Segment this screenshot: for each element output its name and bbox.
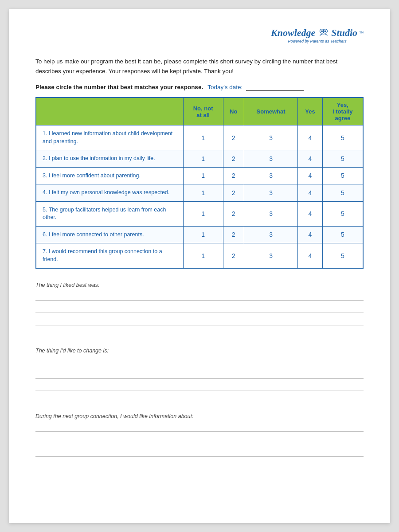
question-5: 5. The group facilitators helped us lear…: [36, 201, 183, 226]
row-5-val-3[interactable]: 3: [244, 201, 298, 226]
table-row: 1. I learned new information about child…: [36, 125, 363, 150]
table-row: 4. I felt my own personal knowledge was …: [36, 184, 363, 202]
table-row: 2. I plan to use the information in my d…: [36, 150, 363, 168]
instruction-date: Today's date:: [207, 84, 304, 91]
row-1-val-3[interactable]: 3: [244, 125, 298, 150]
open-line-next-info-3[interactable]: [35, 448, 364, 457]
row-6-val-4[interactable]: 4: [298, 226, 322, 243]
row-2-val-3[interactable]: 3: [244, 150, 298, 168]
row-3-val-5[interactable]: 5: [322, 167, 363, 184]
row-1-val-5[interactable]: 5: [322, 125, 363, 150]
question-4: 4. I felt my own personal knowledge was …: [36, 184, 183, 202]
open-section-liked-best: The thing I liked best was:: [35, 282, 364, 325]
instruction-main: Please circle the number that best match…: [35, 84, 203, 90]
knowledge-studio-icon: [317, 27, 329, 39]
row-6-val-5[interactable]: 5: [322, 226, 363, 243]
row-2-val-2[interactable]: 2: [223, 150, 244, 168]
logo-block: Knowledge Studio ™ Powered by Parents as…: [271, 27, 364, 43]
col-header-yes: Yes: [298, 98, 322, 125]
row-5-val-2[interactable]: 2: [223, 201, 244, 226]
date-underline[interactable]: [246, 84, 304, 91]
logo-tagline: Powered by Parents as Teachers: [271, 39, 364, 43]
row-5-val-5[interactable]: 5: [322, 201, 363, 226]
open-label-liked-best: The thing I liked best was:: [35, 282, 364, 288]
row-7-val-4[interactable]: 4: [298, 243, 322, 269]
row-5-val-1[interactable]: 1: [183, 201, 223, 226]
col-header-question: [36, 98, 183, 125]
row-2-val-4[interactable]: 4: [298, 150, 322, 168]
open-line-change-3[interactable]: [35, 382, 364, 391]
row-2-val-5[interactable]: 5: [322, 150, 363, 168]
table-row: 7. I would recommend this group connecti…: [36, 243, 363, 269]
row-4-val-2[interactable]: 2: [223, 184, 244, 202]
survey-table: No, notat all No Somewhat Yes Yes,I tota…: [35, 97, 364, 269]
row-5-val-4[interactable]: 4: [298, 201, 322, 226]
col-header-yes-totally: Yes,I totallyagree: [322, 98, 363, 125]
row-3-val-3[interactable]: 3: [244, 167, 298, 184]
question-2: 2. I plan to use the information in my d…: [36, 150, 183, 168]
row-4-val-4[interactable]: 4: [298, 184, 322, 202]
table-row: 6. I feel more connected to other parent…: [36, 226, 363, 243]
intro-text: To help us make our program the best it …: [35, 57, 364, 76]
open-section-next-info: During the next group connection, I woul…: [35, 413, 364, 457]
question-7: 7. I would recommend this group connecti…: [36, 243, 183, 269]
logo-area: Knowledge Studio ™ Powered by Parents as…: [35, 27, 364, 43]
logo-name-studio: Studio: [331, 27, 357, 39]
row-3-val-1[interactable]: 1: [183, 167, 223, 184]
open-line-liked-best-2[interactable]: [35, 304, 364, 313]
logo-name-knowledge: Knowledge: [271, 27, 315, 39]
open-line-liked-best-1[interactable]: [35, 292, 364, 301]
open-line-next-info-2[interactable]: [35, 435, 364, 444]
row-1-val-4[interactable]: 4: [298, 125, 322, 150]
question-3: 3. I feel more confident about parenting…: [36, 167, 183, 184]
question-1: 1. I learned new information about child…: [36, 125, 183, 150]
row-4-val-5[interactable]: 5: [322, 184, 363, 202]
col-header-somewhat: Somewhat: [244, 98, 298, 125]
row-6-val-3[interactable]: 3: [244, 226, 298, 243]
open-line-next-info-1[interactable]: [35, 423, 364, 432]
row-3-val-4[interactable]: 4: [298, 167, 322, 184]
open-line-change-2[interactable]: [35, 370, 364, 379]
row-6-val-2[interactable]: 2: [223, 226, 244, 243]
logo-tm: ™: [359, 31, 364, 35]
question-6: 6. I feel more connected to other parent…: [36, 226, 183, 243]
table-row: 5. The group facilitators helped us lear…: [36, 201, 363, 226]
row-7-val-2[interactable]: 2: [223, 243, 244, 269]
row-6-val-1[interactable]: 1: [183, 226, 223, 243]
row-7-val-5[interactable]: 5: [322, 243, 363, 269]
row-4-val-1[interactable]: 1: [183, 184, 223, 202]
open-label-change: The thing I'd like to change is:: [35, 348, 364, 354]
survey-page: Knowledge Studio ™ Powered by Parents as…: [9, 9, 390, 523]
row-2-val-1[interactable]: 1: [183, 150, 223, 168]
open-section-change: The thing I'd like to change is:: [35, 348, 364, 391]
row-3-val-2[interactable]: 2: [223, 167, 244, 184]
row-1-val-2[interactable]: 2: [223, 125, 244, 150]
row-1-val-1[interactable]: 1: [183, 125, 223, 150]
open-line-liked-best-3[interactable]: [35, 317, 364, 325]
svg-point-3: [325, 30, 326, 32]
svg-point-2: [321, 30, 323, 32]
col-header-no-not-at-all: No, notat all: [183, 98, 223, 125]
table-header-row: No, notat all No Somewhat Yes Yes,I tota…: [36, 98, 363, 125]
row-7-val-1[interactable]: 1: [183, 243, 223, 269]
table-row: 3. I feel more confident about parenting…: [36, 167, 363, 184]
logo-brand: Knowledge Studio ™: [271, 27, 364, 39]
open-line-change-1[interactable]: [35, 357, 364, 366]
row-4-val-3[interactable]: 3: [244, 184, 298, 202]
instruction-line: Please circle the number that best match…: [35, 84, 364, 91]
open-label-next-info: During the next group connection, I woul…: [35, 413, 364, 419]
col-header-no: No: [223, 98, 244, 125]
row-7-val-3[interactable]: 3: [244, 243, 298, 269]
